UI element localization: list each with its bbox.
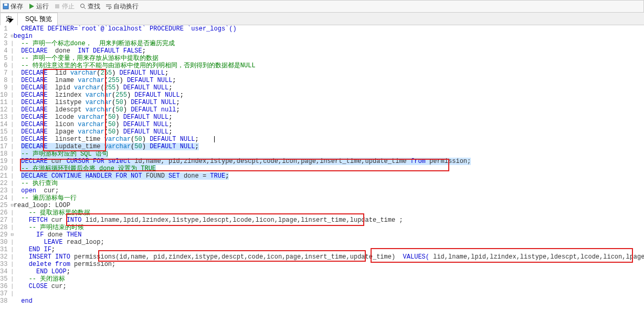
- wrap-label: 自动换行: [113, 2, 139, 11]
- stop-icon: [54, 3, 60, 9]
- save-button[interactable]: 保存: [3, 2, 23, 11]
- line-number-gutter: 12345 678910 1112131415 1617181920 21222…: [0, 25, 10, 319]
- find-label: 查找: [88, 2, 100, 11]
- save-label: 保存: [10, 2, 23, 11]
- svg-line-5: [84, 7, 86, 9]
- save-icon: [3, 3, 9, 9]
- code-body[interactable]: CREATE DEFINER=`root`@`localhost` PROCED…: [14, 25, 644, 319]
- code-editor[interactable]: 12345 678910 1112131415 1617181920 21222…: [0, 25, 644, 319]
- svg-rect-3: [55, 4, 59, 8]
- tab1-label: SQL 预览: [25, 15, 52, 24]
- stop-button[interactable]: 停止: [54, 2, 75, 11]
- stop-label: 停止: [62, 2, 75, 11]
- tab-sql-preview[interactable]: SQL 预览: [17, 13, 58, 25]
- find-button[interactable]: 查找: [80, 2, 100, 11]
- wrap-button[interactable]: 自动换行: [105, 2, 139, 11]
- run-label: 运行: [36, 2, 49, 11]
- svg-point-4: [81, 4, 85, 8]
- play-icon: [28, 3, 35, 9]
- svg-marker-2: [29, 4, 34, 9]
- tab-bar: 定 SQL 预览: [0, 13, 644, 25]
- svg-rect-1: [4, 4, 7, 6]
- wrap-icon: [105, 3, 112, 9]
- search-icon: [80, 3, 86, 9]
- run-button[interactable]: 运行: [28, 2, 49, 11]
- toolbar: 保存 运行 停止 查找 自动换行: [0, 0, 644, 13]
